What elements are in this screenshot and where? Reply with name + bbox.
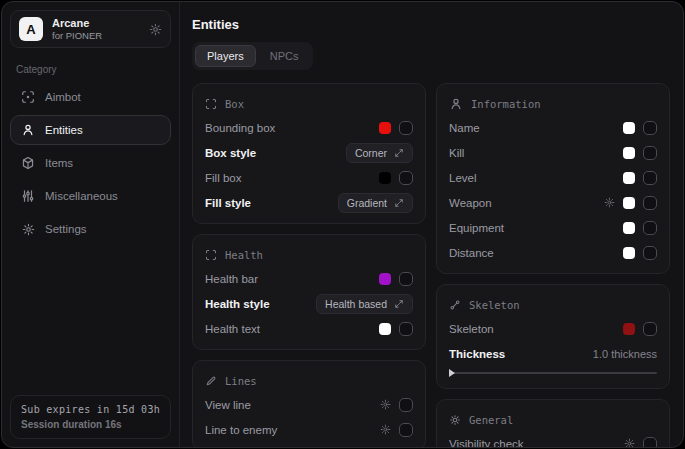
color-swatch[interactable] bbox=[623, 323, 635, 335]
sun-icon bbox=[449, 414, 461, 426]
checkbox[interactable] bbox=[399, 423, 413, 437]
row-controls bbox=[379, 272, 413, 286]
sidebar-item-aimbot[interactable]: Aimbot bbox=[10, 82, 171, 112]
toggle-row: Visibility check bbox=[449, 431, 657, 447]
card-title: General bbox=[469, 414, 513, 426]
expand-icon bbox=[394, 198, 404, 208]
row-controls: Health based bbox=[316, 294, 413, 314]
color-swatch[interactable] bbox=[623, 222, 635, 234]
row-controls: Corner bbox=[346, 143, 413, 163]
checkbox[interactable] bbox=[643, 146, 657, 160]
checkbox[interactable] bbox=[399, 121, 413, 135]
checkbox[interactable] bbox=[643, 246, 657, 260]
color-swatch[interactable] bbox=[379, 273, 391, 285]
checkbox[interactable] bbox=[643, 171, 657, 185]
gear-icon[interactable] bbox=[149, 23, 162, 36]
sidebar-item-entities[interactable]: Entities bbox=[10, 115, 171, 145]
color-swatch[interactable] bbox=[379, 323, 391, 335]
row-label: Weapon bbox=[449, 197, 492, 209]
color-swatch[interactable] bbox=[623, 247, 635, 259]
person-icon bbox=[449, 97, 463, 111]
card-title: Skeleton bbox=[469, 299, 520, 311]
tab-players[interactable]: Players bbox=[195, 45, 256, 67]
slider-track[interactable] bbox=[449, 372, 657, 374]
gear-icon[interactable] bbox=[624, 438, 635, 447]
toggle-row: View line bbox=[205, 392, 413, 417]
color-swatch[interactable] bbox=[379, 172, 391, 184]
brand-text: Arcane for PIONER bbox=[52, 17, 102, 41]
gear-icon[interactable] bbox=[604, 197, 615, 208]
sidebar-item-label: Miscellaneous bbox=[45, 190, 118, 202]
sidebar-item-settings[interactable]: Settings bbox=[10, 214, 171, 244]
gear-icon[interactable] bbox=[380, 399, 391, 410]
brand-subtitle: for PIONER bbox=[52, 30, 102, 41]
sidebar-item-items[interactable]: Items bbox=[10, 148, 171, 178]
row-controls bbox=[623, 221, 657, 235]
row-label: Visibility check bbox=[449, 438, 524, 448]
cards-column-right: InformationNameKillLevelWeaponEquipmentD… bbox=[436, 83, 670, 447]
style-select[interactable]: Health based bbox=[316, 294, 413, 314]
select-value: Gradient bbox=[347, 197, 387, 209]
style-select[interactable]: Corner bbox=[346, 143, 413, 163]
row-label: Equipment bbox=[449, 222, 504, 234]
checkbox[interactable] bbox=[643, 196, 657, 210]
checkbox[interactable] bbox=[399, 322, 413, 336]
toggle-row: Distance bbox=[449, 240, 657, 265]
toggle-row: Line to enemy bbox=[205, 417, 413, 442]
row-label: Name bbox=[449, 122, 480, 134]
tab-npcs[interactable]: NPCs bbox=[258, 45, 311, 67]
cards-area: BoxBounding boxBox styleCornerFill boxFi… bbox=[192, 83, 670, 447]
card-header: Information bbox=[449, 93, 657, 115]
checkbox[interactable] bbox=[643, 437, 657, 448]
row-label: Line to enemy bbox=[205, 424, 277, 436]
checkbox[interactable] bbox=[399, 398, 413, 412]
color-swatch[interactable] bbox=[623, 172, 635, 184]
toggle-row: Fill box bbox=[205, 165, 413, 190]
toggle-row: Equipment bbox=[449, 215, 657, 240]
slider-value: 1.0 thickness bbox=[593, 348, 657, 360]
row-label: Health text bbox=[205, 323, 260, 335]
row-label: Distance bbox=[449, 247, 494, 259]
row-controls bbox=[624, 437, 657, 448]
card-title: Information bbox=[471, 98, 541, 110]
sidebar-item-miscellaneous[interactable]: Miscellaneous bbox=[10, 181, 171, 211]
gear-icon[interactable] bbox=[380, 424, 391, 435]
checkbox[interactable] bbox=[399, 272, 413, 286]
subscription-card: Sub expires in 15d 03h Session duration … bbox=[10, 395, 171, 439]
checkbox[interactable] bbox=[643, 221, 657, 235]
person-icon bbox=[21, 123, 35, 137]
row-controls bbox=[380, 423, 413, 437]
card-header: Skeleton bbox=[449, 294, 657, 316]
row-controls bbox=[379, 121, 413, 135]
toggle-row: Bounding box bbox=[205, 115, 413, 140]
row-label: Kill bbox=[449, 147, 464, 159]
main-panel: Entities PlayersNPCs BoxBounding boxBox … bbox=[180, 2, 683, 447]
card-health: HealthHealth barHealth styleHealth based… bbox=[192, 234, 426, 350]
select-row: Box styleCorner bbox=[205, 140, 413, 165]
row-label: Fill style bbox=[205, 197, 251, 209]
brand-card: A Arcane for PIONER bbox=[10, 10, 171, 48]
checkbox[interactable] bbox=[643, 322, 657, 336]
slider-handle[interactable] bbox=[449, 369, 455, 377]
checkbox[interactable] bbox=[643, 121, 657, 135]
color-swatch[interactable] bbox=[379, 122, 391, 134]
sliders-icon bbox=[21, 189, 35, 203]
pencil-icon bbox=[205, 375, 217, 387]
style-select[interactable]: Gradient bbox=[338, 193, 413, 213]
card-title: Lines bbox=[225, 375, 257, 387]
toggle-row: Skeleton bbox=[449, 316, 657, 341]
color-swatch[interactable] bbox=[623, 197, 635, 209]
card-general: GeneralVisibility checkMax distance500m bbox=[436, 399, 670, 447]
sub-expires-text: Sub expires in 15d 03h bbox=[21, 404, 160, 415]
select-row: Health styleHealth based bbox=[205, 291, 413, 316]
checkbox[interactable] bbox=[399, 171, 413, 185]
slider-head: Thickness1.0 thickness bbox=[449, 343, 657, 365]
brand-logo: A bbox=[19, 17, 43, 41]
sidebar-item-label: Aimbot bbox=[45, 91, 81, 103]
color-swatch[interactable] bbox=[623, 147, 635, 159]
gear-icon bbox=[21, 223, 35, 236]
card-lines: LinesView lineLine to enemy bbox=[192, 360, 426, 447]
bone-icon bbox=[449, 299, 461, 311]
select-value: Corner bbox=[355, 147, 387, 159]
color-swatch[interactable] bbox=[623, 122, 635, 134]
